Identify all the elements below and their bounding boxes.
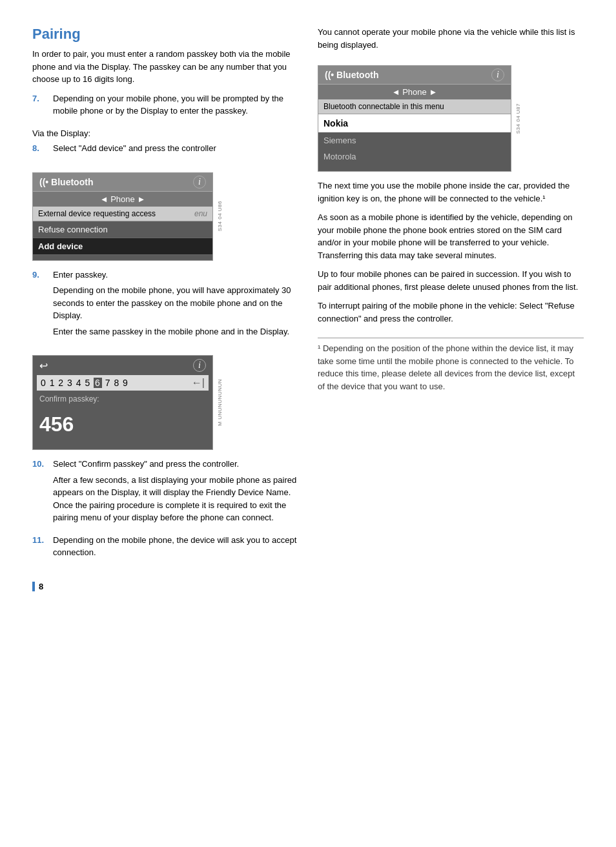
page-number-block: 8 xyxy=(32,582,298,591)
screen3-info-icon: i xyxy=(491,68,504,81)
step-8: 8. Select "Add device" and press the con… xyxy=(32,142,298,158)
section-title: Pairing xyxy=(32,26,298,43)
bluetooth-screen-3: ((• Bluetooth i ◄ Phone ► Bluetooth conn… xyxy=(318,65,511,172)
screen2-side-label: M UNUNUNUNUN xyxy=(217,347,223,458)
right-column: You cannot operate your mobile phone via… xyxy=(318,26,584,591)
footnote-text: ¹ Depending on the position of the phone… xyxy=(318,342,584,393)
step-10-num: 10. xyxy=(32,458,53,527)
passkey-info-icon: i xyxy=(193,359,206,372)
right-para3: As soon as a mobile phone is identified … xyxy=(318,211,584,261)
step-10: 10. Select "Confirm passkey" and press t… xyxy=(32,458,298,527)
screen1-add-device: Add device xyxy=(33,238,212,255)
footnote-section: ¹ Depending on the position of the phone… xyxy=(318,338,584,393)
screen3-side-label: S34 04 U87 xyxy=(515,57,521,179)
passkey-number: 456 xyxy=(33,406,212,449)
screen3-nokia: Nokia xyxy=(318,114,511,132)
passkey-digits: 0 1 2 3 4 5 6 7 8 9 xyxy=(41,378,189,388)
back-icon: ↩ xyxy=(39,360,48,372)
passkey-top-bar: ↩ i xyxy=(33,356,212,375)
right-para5: To interrupt pairing of the mobile phone… xyxy=(318,300,584,325)
right-para2: The next time you use the mobile phone i… xyxy=(318,179,584,205)
screen1-title-bar: ((• Bluetooth i xyxy=(33,173,212,191)
screen3-siemens: Siemens xyxy=(318,132,511,148)
screen3-title-bar: ((• Bluetooth i xyxy=(318,66,511,84)
backspace-icon: ←| xyxy=(192,377,205,389)
step-7: 7. Depending on your mobile phone, you w… xyxy=(32,92,298,121)
passkey-screen: ↩ i 0 1 2 3 4 5 6 7 8 9 ←| Confirm passk… xyxy=(32,355,213,450)
screen1-title: ((• Bluetooth xyxy=(39,177,93,187)
right-para4: Up to four mobile phones can be paired i… xyxy=(318,268,584,293)
step-9: 9. Enter passkey. Depending on the mobil… xyxy=(32,269,298,342)
left-column: Pairing In order to pair, you must enter… xyxy=(32,26,298,591)
step-11: 11. Depending on the mobile phone, the d… xyxy=(32,534,298,562)
step-7-num: 7. xyxy=(32,92,53,121)
step-11-num: 11. xyxy=(32,534,53,562)
passkey-confirm-label: Confirm passkey: xyxy=(33,391,212,406)
bluetooth-screen-1: ((• Bluetooth i ◄ Phone ► External devic… xyxy=(32,172,213,261)
step-8-content: Select "Add device" and press the contro… xyxy=(53,142,298,158)
intro-text: In order to pair, you must enter a rando… xyxy=(32,48,298,86)
via-label: Via the Display: xyxy=(32,127,298,140)
bluetooth-screen-3-wrapper: ((• Bluetooth i ◄ Phone ► Bluetooth conn… xyxy=(318,57,511,179)
step-9-content: Enter passkey. Depending on the mobile p… xyxy=(53,269,298,342)
screen1-info-icon: i xyxy=(193,176,206,189)
bluetooth-screen-1-wrapper: ((• Bluetooth i ◄ Phone ► External devic… xyxy=(32,165,213,269)
screen1-nav: ◄ Phone ► xyxy=(33,191,212,207)
step-8-num: 8. xyxy=(32,142,53,158)
screen3-motorola: Motorola xyxy=(318,148,511,165)
screen1-overlap: enu xyxy=(194,209,207,218)
page-number: 8 xyxy=(32,582,43,591)
screen1-side-label: S34 04 U86 xyxy=(217,165,223,269)
screen3-title: ((• Bluetooth xyxy=(325,70,378,80)
screen1-refuse: Refuse connection xyxy=(33,221,212,238)
screen1-menu-label: External device requesting access enu xyxy=(33,207,212,221)
page-layout: Pairing In order to pair, you must enter… xyxy=(32,26,584,591)
highlighted-digit: 6 xyxy=(94,378,102,388)
screen3-menu-label: Bluetooth connectable in this menu xyxy=(318,99,511,114)
right-intro: You cannot operate your mobile phone via… xyxy=(318,26,584,51)
step-11-content: Depending on the mobile phone, the devic… xyxy=(53,534,298,562)
passkey-screen-wrapper: ↩ i 0 1 2 3 4 5 6 7 8 9 ←| Confirm passk… xyxy=(32,347,213,458)
step-7-content: Depending on your mobile phone, you will… xyxy=(53,92,298,121)
screen3-nav: ◄ Phone ► xyxy=(318,84,511,99)
passkey-input-row: 0 1 2 3 4 5 6 7 8 9 ←| xyxy=(37,375,209,391)
step-10-content: Select "Confirm passkey" and press the c… xyxy=(53,458,298,527)
step-9-num: 9. xyxy=(32,269,53,342)
